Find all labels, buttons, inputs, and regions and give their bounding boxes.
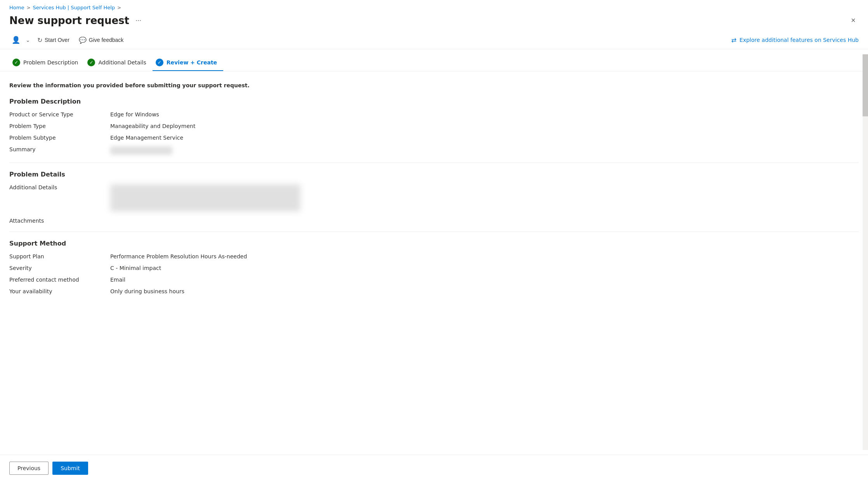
label-attachments: Attachments xyxy=(9,218,110,224)
step-label-1: Problem Description xyxy=(23,59,78,66)
value-product-service-type: Edge for Windows xyxy=(110,111,159,118)
previous-button[interactable]: Previous xyxy=(9,462,49,475)
label-product-service-type: Product or Service Type xyxy=(9,111,110,118)
step-check-3: ✓ xyxy=(156,59,163,66)
section-problem-details: Problem Details Additional Details Attac… xyxy=(9,171,859,224)
step-label-2: Additional Details xyxy=(98,59,146,66)
explore-label: Explore additional features on Services … xyxy=(740,37,859,43)
value-support-plan: Performance Problem Resolution Hours As-… xyxy=(110,253,247,260)
label-additional-details: Additional Details xyxy=(9,184,110,190)
divider-1 xyxy=(9,163,859,163)
user-dropdown-button[interactable]: ⌄ xyxy=(24,35,32,45)
ellipsis-button[interactable]: ··· xyxy=(133,16,144,25)
refresh-icon: ↻ xyxy=(37,36,42,44)
breadcrumb: Home > Services Hub | Support Self Help … xyxy=(0,0,868,13)
label-problem-subtype: Problem Subtype xyxy=(9,135,110,141)
feedback-icon: 💬 xyxy=(79,36,87,44)
section-heading-problem: Problem Description xyxy=(9,98,859,105)
breadcrumb-sep2: > xyxy=(117,5,121,10)
steps-bar: ✓ Problem Description ✓ Additional Detai… xyxy=(0,49,868,71)
label-preferred-contact: Preferred contact method xyxy=(9,277,110,283)
label-severity: Severity xyxy=(9,265,110,271)
value-availability: Only during business hours xyxy=(110,288,184,294)
section-heading-details: Problem Details xyxy=(9,171,859,178)
close-button[interactable]: × xyxy=(848,14,859,26)
step-additional-details[interactable]: ✓ Additional Details xyxy=(84,55,152,71)
row-additional-details: Additional Details xyxy=(9,184,859,211)
explore-link[interactable]: ⇄ Explore additional features on Service… xyxy=(731,36,859,44)
review-intro: Review the information you provided befo… xyxy=(9,82,859,88)
label-support-plan: Support Plan xyxy=(9,253,110,260)
breadcrumb-home[interactable]: Home xyxy=(9,5,24,10)
page-title-row: New support request ··· xyxy=(9,15,144,26)
label-summary: Summary xyxy=(9,146,110,152)
page-header: New support request ··· × xyxy=(0,13,868,31)
breadcrumb-sep1: > xyxy=(26,5,30,10)
page-title: New support request xyxy=(9,15,129,26)
user-icon-button[interactable]: 👤 xyxy=(9,33,23,47)
row-problem-type: Problem Type Manageability and Deploymen… xyxy=(9,123,859,129)
row-preferred-contact: Preferred contact method Email xyxy=(9,277,859,283)
row-problem-subtype: Problem Subtype Edge Management Service xyxy=(9,135,859,141)
row-severity: Severity C - Minimal impact xyxy=(9,265,859,271)
step-check-2: ✓ xyxy=(87,59,95,66)
toolbar-left: 👤 ⌄ ↻ Start Over 💬 Give feedback xyxy=(9,33,127,47)
value-severity: C - Minimal impact xyxy=(110,265,161,271)
main-content: Review the information you provided befo… xyxy=(0,71,868,467)
breadcrumb-services-hub[interactable]: Services Hub | Support Self Help xyxy=(33,5,115,10)
explore-icon: ⇄ xyxy=(731,36,736,44)
step-problem-description[interactable]: ✓ Problem Description xyxy=(9,55,84,71)
section-heading-support: Support Method xyxy=(9,240,859,247)
step-review-create[interactable]: ✓ Review + Create xyxy=(153,55,223,71)
step-check-1: ✓ xyxy=(12,59,20,66)
start-over-button[interactable]: ↻ Start Over xyxy=(33,34,73,46)
row-product-service-type: Product or Service Type Edge for Windows xyxy=(9,111,859,118)
value-additional-details-blurred xyxy=(110,184,300,211)
footer: Previous Submit xyxy=(0,455,868,481)
label-problem-type: Problem Type xyxy=(9,123,110,129)
section-support-method: Support Method Support Plan Performance … xyxy=(9,240,859,294)
step-label-3: Review + Create xyxy=(167,59,217,66)
scrollbar-track[interactable] xyxy=(863,54,868,450)
divider-2 xyxy=(9,232,859,232)
row-summary: Summary xyxy=(9,146,859,155)
value-preferred-contact: Email xyxy=(110,277,125,283)
section-problem-description: Problem Description Product or Service T… xyxy=(9,98,859,155)
user-icon: 👤 xyxy=(12,36,20,44)
value-problem-subtype: Edge Management Service xyxy=(110,135,183,141)
scrollbar-thumb[interactable] xyxy=(863,54,868,116)
row-availability: Your availability Only during business h… xyxy=(9,288,859,294)
value-summary-blurred xyxy=(110,146,172,155)
give-feedback-button[interactable]: 💬 Give feedback xyxy=(75,34,128,46)
row-support-plan: Support Plan Performance Problem Resolut… xyxy=(9,253,859,260)
row-attachments: Attachments xyxy=(9,218,859,224)
value-problem-type: Manageability and Deployment xyxy=(110,123,195,129)
submit-button[interactable]: Submit xyxy=(52,462,88,475)
toolbar: 👤 ⌄ ↻ Start Over 💬 Give feedback ⇄ Explo… xyxy=(0,31,868,49)
give-feedback-label: Give feedback xyxy=(89,37,124,43)
label-availability: Your availability xyxy=(9,288,110,294)
start-over-label: Start Over xyxy=(45,37,69,43)
